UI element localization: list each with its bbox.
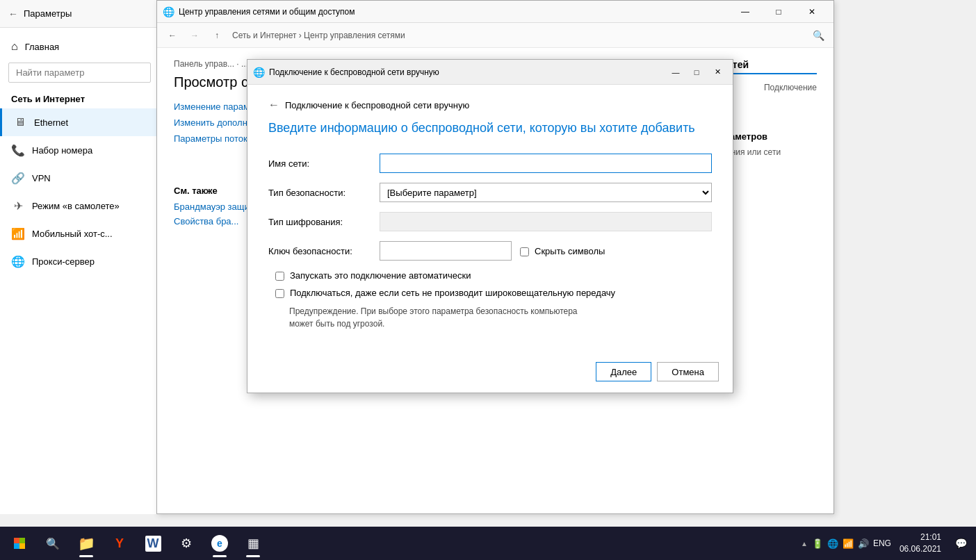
settings-titlebar: ← Параметры (0, 0, 159, 28)
sidebar-item-hotspot[interactable]: 📶 Мобильный хот-с... (0, 220, 159, 247)
clock-time: 21:01 (900, 532, 941, 543)
panel-forward-button[interactable]: → (185, 26, 204, 45)
encryption-type-row: Тип шифрования: (268, 212, 712, 231)
network-name-label: Имя сети: (268, 158, 380, 169)
panel-back-button[interactable]: ← (163, 26, 182, 45)
dialog-back-icon[interactable]: ← (268, 99, 279, 111)
network-name-row: Имя сети: (268, 154, 712, 173)
warning-text: Предупреждение. При выборе этого парамет… (289, 305, 712, 330)
dialup-icon: 📞 (11, 143, 25, 157)
edge-icon: e (211, 535, 228, 552)
encryption-type-disabled (380, 212, 712, 231)
sidebar-item-proxy[interactable]: 🌐 Прокси-сервер (0, 247, 159, 275)
auto-connect-label: Запускать это подключение автоматически (290, 270, 471, 281)
hide-symbols-checkbox[interactable] (520, 247, 529, 256)
settings-home-item[interactable]: ⌂ Главная (0, 33, 159, 60)
settings-nav: ⌂ Главная Сеть и Интернет 🖥 Ethernet 📞 Н… (0, 28, 159, 281)
taskbar-yandex-button[interactable]: Y (104, 528, 135, 559)
vpn-icon: 🔗 (11, 171, 25, 185)
dialog-title-heading: Подключение к беспроводной сети вручную (285, 100, 469, 110)
close-button[interactable]: ✕ (796, 1, 828, 23)
taskbar-search-button[interactable]: 🔍 (38, 528, 68, 559)
encryption-type-label: Тип шифрования: (268, 217, 380, 227)
dialog-back-row: ← Подключение к беспроводной сети вручну… (268, 99, 712, 111)
taskbar-start-button[interactable] (4, 528, 35, 559)
tray-network-icon: 🌐 (827, 538, 838, 549)
clock-date: 06.06.2021 (900, 543, 941, 555)
taskbar-left: 🔍 📁 Y W ⚙ e ▦ (4, 528, 268, 559)
panel-search-button[interactable]: 🔍 (808, 26, 828, 45)
taskbar-right: ▲ 🔋 🌐 📶 🔊 ENG 21:01 06.06.2021 💬 (801, 529, 972, 557)
tray-volume-icon: 🔊 (858, 538, 869, 549)
sidebar-item-label-hotspot: Мобильный хот-с... (32, 229, 113, 239)
dialog-title-text: Подключение к беспроводной сети вручную (269, 67, 439, 77)
yandex-icon: Y (115, 536, 124, 551)
security-key-label: Ключ безопасности: (268, 246, 380, 256)
notification-icon: 💬 (955, 538, 967, 549)
connect-hidden-checkbox[interactable] (275, 289, 284, 298)
cancel-button[interactable]: Отмена (657, 362, 719, 381)
minimize-button[interactable]: — (729, 1, 761, 23)
panel-title-icon: 🌐 (163, 6, 174, 17)
sidebar-item-dialup[interactable]: 📞 Набор номера (0, 136, 159, 164)
system-tray: ▲ 🔋 🌐 📶 🔊 ENG (801, 538, 891, 549)
tray-wifi-icon: 📶 (843, 538, 854, 549)
notification-button[interactable]: 💬 (950, 529, 972, 557)
settings-window: ← Параметры ⌂ Главная Сеть и Интернет 🖥 … (0, 0, 160, 514)
sidebar-item-ethernet[interactable]: 🖥 Ethernet (0, 108, 159, 136)
windows-icon (14, 538, 25, 549)
settings-section-label: Сеть и Интернет (0, 85, 159, 108)
panel-title-text: Центр управления сетями и общим доступом (179, 7, 355, 17)
dialog-controls: — □ ✕ (666, 63, 727, 81)
settings-search-container (8, 63, 151, 83)
home-label: Главная (25, 42, 59, 52)
panel-titlebar: 🌐 Центр управления сетями и общим доступ… (157, 1, 833, 23)
airplane-icon: ✈ (11, 199, 25, 213)
settings-icon: ⚙ (181, 536, 192, 551)
auto-connect-checkbox[interactable] (275, 272, 284, 281)
settings-search-input[interactable] (8, 63, 151, 83)
dialog-titlebar: 🌐 Подключение к беспроводной сети вручну… (247, 60, 733, 85)
sidebar-item-airplane[interactable]: ✈ Режим «в самолете» (0, 192, 159, 220)
maximize-button[interactable]: □ (763, 1, 795, 23)
tray-chevron[interactable]: ▲ (801, 540, 808, 547)
network-name-input[interactable] (380, 154, 712, 173)
taskbar-edge-button[interactable]: e (204, 528, 235, 559)
connect-hidden-label: Подключаться, даже если сеть не производ… (290, 288, 615, 298)
taskbar-explorer-button[interactable]: 📁 (71, 528, 101, 559)
panel-up-button[interactable]: ↑ (207, 26, 227, 45)
app7-icon: ▦ (247, 536, 259, 551)
dialog-title-left: 🌐 Подключение к беспроводной сети вручну… (253, 67, 439, 78)
hotspot-icon: 📶 (11, 227, 25, 240)
settings-title: Параметры (24, 8, 72, 19)
back-icon[interactable]: ← (8, 8, 18, 19)
sidebar-item-vpn[interactable]: 🔗 VPN (0, 164, 159, 192)
taskbar-settings-button[interactable]: ⚙ (171, 528, 202, 559)
taskbar-word-button[interactable]: W (138, 528, 168, 559)
explorer-icon: 📁 (78, 535, 95, 552)
sidebar-item-label-vpn: VPN (32, 173, 51, 183)
sidebar-item-label-ethernet: Ethernet (34, 117, 68, 128)
connect-hidden-row: Подключаться, даже если сеть не производ… (268, 288, 712, 298)
wireless-dialog: 🌐 Подключение к беспроводной сети вручну… (247, 59, 733, 393)
auto-connect-row: Запускать это подключение автоматически (268, 270, 712, 281)
search-icon: 🔍 (46, 537, 60, 550)
security-type-label: Тип безопасности: (268, 188, 380, 198)
panel-title-left: 🌐 Центр управления сетями и общим доступ… (163, 6, 355, 17)
next-button[interactable]: Далее (596, 362, 651, 381)
sidebar-item-label-airplane: Режим «в самолете» (32, 201, 120, 211)
tray-lang-label[interactable]: ENG (873, 538, 891, 548)
ethernet-icon: 🖥 (13, 115, 27, 129)
security-key-input[interactable] (380, 241, 512, 261)
security-type-select[interactable]: [Выберите параметр] Нет WEP WPA2-Persona… (380, 183, 712, 202)
sidebar-item-label-dialup: Набор номера (32, 145, 92, 156)
sidebar-item-label-proxy: Прокси-сервер (32, 256, 95, 267)
dialog-close-button[interactable]: ✕ (708, 63, 727, 81)
security-key-row: Ключ безопасности: Скрыть символы (268, 241, 712, 261)
taskbar-app7-button[interactable]: ▦ (238, 528, 268, 559)
taskbar-clock[interactable]: 21:01 06.06.2021 (895, 532, 945, 555)
dialog-title-icon: 🌐 (253, 67, 265, 78)
dialog-minimize-button[interactable]: — (666, 63, 685, 81)
taskbar: 🔍 📁 Y W ⚙ e ▦ ▲ 🔋 🌐 📶 🔊 ENG 21 (0, 527, 976, 560)
dialog-maximize-button[interactable]: □ (687, 63, 706, 81)
